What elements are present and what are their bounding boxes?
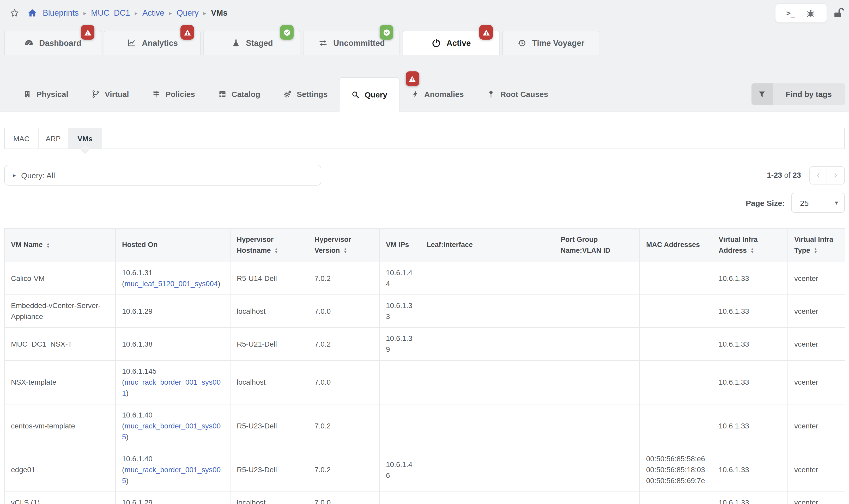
leaf_interface-cell [420, 404, 554, 448]
vm_name-cell: edge01 [4, 448, 116, 492]
tab-physical[interactable]: Physical [12, 77, 80, 111]
tab-uncommitted[interactable]: Uncommitted [303, 31, 400, 55]
hosted-on-ip: 10.6.1.40 [122, 453, 224, 464]
breadcrumb-link-active[interactable]: Active [142, 8, 164, 17]
table-row: edge0110.6.1.40(muc_rack_border_001_sys0… [4, 448, 845, 492]
breadcrumb-current: VMs [211, 8, 228, 18]
hosted-on-link-line: (muc_rack_border_001_sys005) [122, 420, 224, 443]
find-by-tags-button[interactable]: Find by tags [751, 84, 845, 105]
hosted-on-ip: 10.6.1.38 [122, 339, 224, 349]
tab-active[interactable]: Active [403, 31, 500, 55]
page-size-select[interactable]: 25 ▾ [791, 193, 845, 213]
virtual_infra_type-value: vcenter [794, 307, 818, 315]
hosted_on-cell: 10.6.1.29 [116, 492, 230, 504]
analytics-icon [127, 38, 137, 48]
next-page-button[interactable]: › [827, 166, 844, 184]
content-area: MACARPVMs ▸ Query: All 1-23 of 23 ‹ › Pa… [0, 111, 849, 504]
tab-staged[interactable]: Staged [204, 31, 300, 55]
column-header-hosted_on: Hosted On [116, 229, 230, 262]
vm_name-cell: vCLS (1) [4, 492, 116, 504]
hosted_on-cell: 10.6.1.40(muc_rack_border_001_sys005) [116, 448, 230, 492]
tab-label: Query [365, 90, 387, 99]
column-label: VM IPs [386, 241, 409, 249]
tab-label: Dashboard [39, 38, 81, 48]
hypervisor_hostname-value: localhost [237, 378, 266, 386]
mac_addresses-cell: 00:50:56:85:58:e600:50:56:85:18:0300:50:… [640, 448, 712, 492]
port_group-cell [554, 328, 640, 360]
hypervisor_hostname-cell: localhost [230, 360, 308, 404]
virtual_infra_type-cell: vcenter [788, 404, 845, 448]
tab-analytics[interactable]: Analytics [104, 31, 201, 55]
topbar-actions: >_ [775, 3, 827, 23]
query-tab-mac[interactable]: MAC [5, 128, 39, 148]
caret-right-icon: ▸ [13, 172, 16, 179]
virtual_infra_type-cell: vcenter [788, 295, 845, 328]
breadcrumb-link-muc-dc1[interactable]: MUC_DC1 [91, 8, 130, 17]
virtual_infra_address-cell: 10.6.1.33 [712, 328, 788, 360]
column-header-virtual_infra_address[interactable]: Virtual Infra Address▲▼ [712, 229, 788, 262]
pagination: 1-23 of 23 ‹ › [767, 165, 845, 185]
tab-label: Policies [165, 90, 195, 98]
sort-icon: ▲▼ [750, 248, 754, 254]
query-tab-arp[interactable]: ARP [39, 128, 68, 148]
terminal-icon[interactable]: >_ [786, 9, 795, 17]
breadcrumb-link-query[interactable]: Query [177, 8, 198, 17]
tab-dashboard[interactable]: Dashboard [4, 31, 101, 55]
vm_name-value: centos-vm-template [11, 422, 75, 430]
virtual_infra_address-value: 10.6.1.33 [719, 340, 749, 348]
tab-catalog[interactable]: Catalog [207, 77, 272, 111]
tab-query[interactable]: Query [339, 77, 399, 111]
column-header-hypervisor_hostname[interactable]: Hypervisor Hostname▲▼ [230, 229, 308, 262]
tab-label: Staged [246, 38, 273, 48]
column-header-vm_name[interactable]: VM Name▲▼ [4, 229, 116, 262]
tab-time-voyager[interactable]: Time Voyager [502, 31, 599, 55]
uncommitted-icon [318, 38, 328, 48]
tab-policies[interactable]: Policies [141, 77, 207, 111]
prev-page-button[interactable]: ‹ [810, 166, 827, 184]
hypervisor_version-value: 7.0.2 [315, 340, 331, 348]
hosted-on-link-line: (muc_rack_border_001_sys001) [122, 377, 224, 399]
hypervisor_version-value: 7.0.0 [315, 378, 331, 386]
tab-virtual[interactable]: Virtual [80, 77, 141, 111]
anomalies-icon [411, 90, 420, 98]
tab-root-causes[interactable]: Root Causes [475, 77, 560, 111]
vm_name-value: NSX-template [11, 378, 56, 386]
vm_ips-cell: 10.6.1.39 [379, 328, 420, 360]
tab-anomalies[interactable]: Anomalies [399, 77, 475, 111]
hypervisor_hostname-value: R5-U14-Dell [237, 274, 277, 282]
bug-icon[interactable] [806, 8, 816, 18]
column-header-virtual_infra_type[interactable]: Virtual Infra Type▲▼ [788, 229, 845, 262]
home-icon[interactable] [27, 8, 38, 18]
port_group-cell [554, 295, 640, 328]
query-tab-vms[interactable]: VMs [68, 128, 102, 148]
mac_addresses-cell [640, 492, 712, 504]
sort-icon: ▲▼ [47, 242, 50, 249]
favorite-star-icon[interactable] [10, 8, 20, 18]
vm_ips-value: 10.6.1.44 [386, 268, 412, 288]
port_group-cell [554, 404, 640, 448]
leaf_interface-cell [420, 295, 554, 328]
virtual_infra_address-cell: 10.6.1.33 [712, 360, 788, 404]
hypervisor_hostname-value: R5-U23-Dell [237, 465, 277, 474]
vm_ips-value: 10.6.1.46 [386, 460, 412, 479]
system-link[interactable]: muc_rack_border_001_sys005 [122, 422, 220, 441]
system-link[interactable]: muc_rack_border_001_sys001 [122, 378, 220, 397]
warning-badge [81, 25, 94, 40]
system-link[interactable]: muc_rack_border_001_sys005 [122, 465, 220, 485]
tab-settings[interactable]: Settings [272, 77, 339, 111]
column-header-hypervisor_version[interactable]: Hypervisor Version▲▼ [308, 229, 379, 262]
mac_addresses-cell [640, 404, 712, 448]
hosted-on-link-line: (muc_leaf_5120_001_sys004) [122, 278, 224, 289]
breadcrumb: Blueprints▸MUC_DC1▸Active▸Query▸VMs [43, 8, 228, 18]
breadcrumb-link-blueprints[interactable]: Blueprints [43, 8, 79, 17]
hosted_on-cell: 10.6.1.40(muc_rack_border_001_sys005) [116, 404, 230, 448]
virtual_infra_type-cell: vcenter [788, 328, 845, 360]
query-all-expander[interactable]: ▸ Query: All [4, 165, 321, 185]
virtual_infra_address-cell: 10.6.1.33 [712, 295, 788, 328]
unlock-icon[interactable] [833, 7, 845, 19]
system-link[interactable]: muc_leaf_5120_001_sys004 [124, 280, 218, 288]
mac-address: 00:50:56:85:58:e6 [646, 453, 706, 464]
vm_name-value: Calico-VM [11, 274, 45, 282]
mac_addresses-cell [640, 360, 712, 404]
page-size-value: 25 [800, 198, 809, 207]
